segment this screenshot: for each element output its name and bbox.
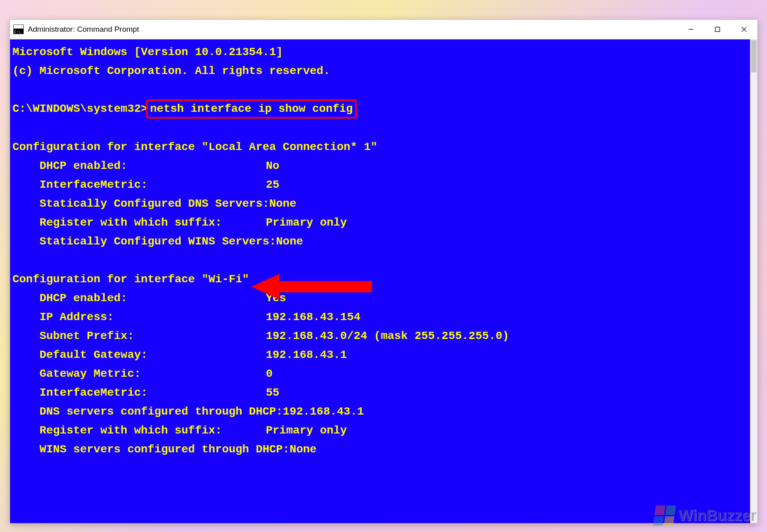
config-row-value: 192.168.43.154 — [266, 311, 360, 323]
config-row-label: Register with which suffix: — [12, 213, 266, 232]
config-row: Subnet Prefix:192.168.43.0/24 (mask 255.… — [12, 327, 746, 345]
terminal-blank-line — [12, 119, 746, 138]
config-row-label: InterfaceMetric: — [12, 383, 266, 402]
terminal-prompt-line: C:\WINDOWS\system32>netsh interface ip s… — [12, 99, 746, 119]
config-row-label: DHCP enabled: — [12, 156, 266, 175]
config-row-value: None — [290, 443, 317, 456]
config-row-value: 192.168.43.1 — [266, 349, 347, 361]
config-row-label: InterfaceMetric: — [12, 175, 266, 194]
config-row-value: Primary only — [266, 424, 347, 437]
scrollbar-thumb[interactable] — [751, 40, 757, 72]
config-row-label: Subnet Prefix: — [12, 327, 266, 345]
config-row-value: 55 — [266, 386, 280, 399]
window-title: Administrator: Command Prompt — [28, 25, 139, 34]
config-row-value: No — [266, 160, 280, 172]
config-row: DHCP enabled:Yes — [12, 289, 746, 308]
cmd-icon — [13, 25, 24, 34]
config-row-value: Primary only — [266, 216, 347, 229]
config-row: Default Gateway:192.168.43.1 — [12, 345, 746, 364]
config-row-value: 0 — [266, 368, 273, 380]
config-row: InterfaceMetric:55 — [12, 383, 746, 402]
cmd-window: Administrator: Command Prompt Microsoft … — [10, 19, 758, 524]
config-row-label: Default Gateway: — [12, 345, 266, 364]
svg-rect-1 — [716, 27, 720, 32]
config-row-value: Yes — [266, 292, 286, 304]
config-row: Register with which suffix:Primary only — [12, 213, 746, 232]
terminal-blank-line — [12, 251, 746, 270]
minimize-icon — [688, 26, 694, 33]
config-row-label: Register with which suffix: — [12, 421, 266, 440]
scrollbar-vertical[interactable] — [750, 39, 757, 523]
terminal-banner-line: (c) Microsoft Corporation. All rights re… — [12, 62, 746, 80]
config-row-value: None — [269, 197, 296, 210]
terminal-blank-line — [12, 80, 746, 99]
config-row-label: Gateway Metric: — [12, 364, 266, 383]
maximize-icon — [715, 27, 720, 32]
config-row-label: Statically Configured DNS Servers: — [12, 194, 269, 213]
desktop-background: Administrator: Command Prompt Microsoft … — [0, 0, 767, 532]
config-row-label: IP Address: — [12, 308, 266, 327]
config-row: Statically Configured DNS Servers:None — [12, 194, 746, 213]
close-icon — [741, 26, 747, 33]
config-row: Statically Configured WINS Servers:None — [12, 232, 746, 251]
titlebar[interactable]: Administrator: Command Prompt — [10, 20, 757, 39]
minimize-button[interactable] — [678, 20, 704, 39]
window-client-area: Microsoft Windows [Version 10.0.21354.1]… — [10, 39, 757, 523]
terminal-prompt-path: C:\WINDOWS\system32> — [12, 103, 148, 115]
config-row: Register with which suffix:Primary only — [12, 421, 746, 440]
config-row: Gateway Metric:0 — [12, 364, 746, 383]
config-row-label: WINS servers configured through DHCP: — [12, 440, 290, 459]
config-row: DHCP enabled:No — [12, 156, 746, 175]
terminal-output[interactable]: Microsoft Windows [Version 10.0.21354.1]… — [10, 39, 750, 523]
config-row-value: 25 — [266, 179, 280, 191]
maximize-button[interactable] — [704, 20, 731, 39]
terminal-blank-line — [12, 459, 746, 478]
config-section-header: Configuration for interface "Wi-Fi" — [12, 270, 746, 289]
config-row-value: 192.168.43.0/24 (mask 255.255.255.0) — [266, 330, 509, 342]
config-row-value: 192.168.43.1 — [283, 405, 364, 418]
config-row: DNS servers configured through DHCP:192.… — [12, 402, 746, 421]
close-button[interactable] — [731, 20, 757, 39]
config-row-label: DNS servers configured through DHCP: — [12, 402, 283, 421]
config-row-value: None — [276, 235, 303, 248]
config-row: IP Address:192.168.43.154 — [12, 308, 746, 327]
command-highlight-box: netsh interface ip show config — [146, 99, 357, 119]
config-row-label: DHCP enabled: — [12, 289, 266, 308]
config-row-label: Statically Configured WINS Servers: — [12, 232, 276, 251]
config-row: WINS servers configured through DHCP:Non… — [12, 440, 746, 459]
window-controls — [678, 20, 757, 39]
config-section-header: Configuration for interface "Local Area … — [12, 138, 746, 156]
config-row: InterfaceMetric:25 — [12, 175, 746, 194]
terminal-banner-line: Microsoft Windows [Version 10.0.21354.1] — [12, 43, 746, 62]
